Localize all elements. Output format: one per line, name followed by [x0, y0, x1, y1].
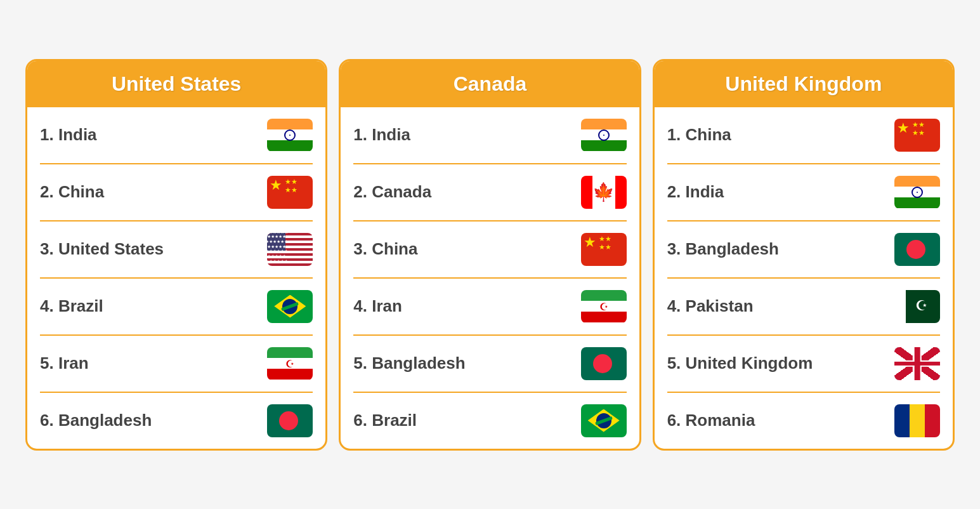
list-item: 5. Bangladesh — [353, 336, 626, 393]
list-item: 2. Canada 🍁 — [353, 164, 626, 221]
item-rank-label: 1. India — [40, 125, 97, 145]
canada-card-title: Canada — [353, 72, 626, 96]
flag-india — [267, 119, 313, 152]
item-rank-label: 1. India — [353, 125, 410, 145]
flag-uk — [894, 347, 940, 380]
item-rank-label: 2. China — [40, 182, 104, 202]
uk-card-header: United Kingdom — [655, 61, 953, 107]
usa-card-header: United States — [27, 61, 325, 107]
item-rank-label: 6. Brazil — [353, 411, 417, 430]
list-item: 1. China ★ ★★★★ — [667, 107, 940, 164]
list-item: 6. Brazil — [353, 393, 626, 449]
flag-china: ★ ★★★★ — [894, 119, 940, 152]
flag-pakistan: ☪ — [894, 290, 940, 323]
main-container: United States1. India 2. China ★ ★★★★ 3.… — [13, 46, 967, 463]
list-item: 2. India — [667, 164, 940, 221]
item-rank-label: 1. China — [667, 125, 731, 145]
flag-bangladesh — [894, 233, 940, 266]
flag-iran: ☪ — [581, 290, 627, 323]
usa-card-title: United States — [40, 72, 313, 96]
flag-bangladesh — [267, 404, 313, 437]
flag-brazil — [267, 290, 313, 323]
flag-brazil — [581, 404, 627, 437]
list-item: 3. United States★★★★★★★★★★★★★★★★★★★★★★★★… — [40, 221, 313, 279]
item-rank-label: 5. Iran — [40, 354, 89, 373]
flag-china: ★ ★★★★ — [581, 233, 627, 266]
uk-card: United Kingdom1. China ★ ★★★★ 2. India 3… — [653, 59, 955, 451]
list-item: 1. India — [40, 107, 313, 164]
flag-canada: 🍁 — [581, 176, 627, 209]
item-rank-label: 6. Bangladesh — [40, 411, 152, 430]
list-item: 2. China ★ ★★★★ — [40, 164, 313, 221]
item-rank-label: 3. China — [353, 239, 417, 259]
usa-card-body: 1. India 2. China ★ ★★★★ 3. United State… — [27, 107, 325, 449]
list-item: 3. Bangladesh — [667, 221, 940, 279]
item-rank-label: 3. Bangladesh — [667, 239, 779, 259]
flag-romania — [894, 404, 940, 437]
item-rank-label: 2. Canada — [353, 182, 431, 202]
item-rank-label: 4. Iran — [353, 296, 402, 316]
flag-india — [581, 119, 627, 152]
item-rank-label: 2. India — [667, 182, 724, 202]
usa-card: United States1. India 2. China ★ ★★★★ 3.… — [25, 59, 327, 451]
item-rank-label: 5. United Kingdom — [667, 354, 813, 373]
list-item: 4. Brazil — [40, 279, 313, 336]
list-item: 4. Iran ☪ — [353, 279, 626, 336]
canada-card-header: Canada — [341, 61, 639, 107]
list-item: 3. China ★ ★★★★ — [353, 221, 626, 279]
item-rank-label: 4. Pakistan — [667, 296, 754, 316]
list-item: 6. Romania — [667, 393, 940, 449]
canada-card-body: 1. India 2. Canada 🍁 3. China ★ ★★★★ 4. … — [341, 107, 639, 449]
item-rank-label: 3. United States — [40, 239, 164, 259]
canada-card: Canada1. India 2. Canada 🍁 3. China ★ ★★… — [339, 59, 641, 451]
flag-bangladesh — [581, 347, 627, 380]
list-item: 6. Bangladesh — [40, 393, 313, 449]
list-item: 1. India — [353, 107, 626, 164]
uk-card-title: United Kingdom — [667, 72, 940, 96]
uk-card-body: 1. China ★ ★★★★ 2. India 3. Bangladesh4.… — [655, 107, 953, 449]
item-rank-label: 6. Romania — [667, 411, 755, 430]
list-item: 5. United Kingdom — [667, 336, 940, 393]
flag-usa: ★★★★★★★★★★★★★★★★★★★★★★★★★★★★★★★★★★★★★★★★… — [267, 233, 313, 266]
flag-iran: ☪ — [267, 347, 313, 380]
item-rank-label: 5. Bangladesh — [353, 354, 465, 373]
flag-india — [894, 176, 940, 209]
item-rank-label: 4. Brazil — [40, 296, 103, 316]
list-item: 4. Pakistan ☪ — [667, 279, 940, 336]
flag-china: ★ ★★★★ — [267, 176, 313, 209]
list-item: 5. Iran ☪ — [40, 336, 313, 393]
